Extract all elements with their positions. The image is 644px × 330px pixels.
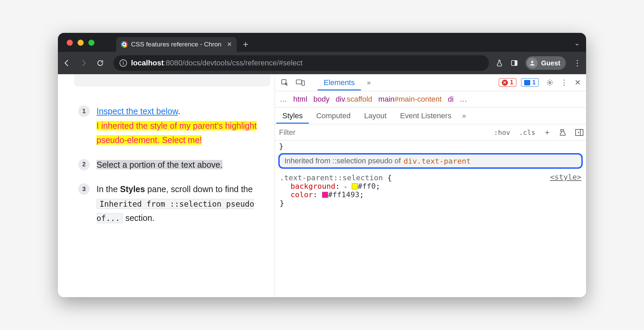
highlighted-sample-text[interactable]: I inherited the style of my parent's hig… — [96, 121, 257, 145]
inherited-label: Inherited from ::selection pseudo of — [284, 157, 401, 165]
breadcrumb-ellipsis-end[interactable]: … — [460, 95, 467, 104]
content-area: 1 Inspect the text below. I inherited th… — [58, 74, 586, 297]
step-number: 2 — [78, 159, 90, 170]
step-3: 3 In the Styles pane, scroll down to fin… — [78, 182, 262, 225]
more-subtabs-icon[interactable]: » — [459, 112, 469, 120]
step-3-part-c: pane, scroll down to find the — [145, 184, 253, 194]
styles-filter-bar: :hov .cls + — [275, 124, 586, 141]
expand-shorthand-icon[interactable]: ▸ — [344, 184, 347, 189]
url-path: :8080/docs/devtools/css/reference/#selec… — [164, 59, 303, 67]
step-1: 1 Inspect the text below. I inherited th… — [78, 104, 262, 147]
step-2-text: Select a portion of the text above. — [96, 160, 222, 169]
minimize-window-icon[interactable] — [78, 40, 84, 46]
side-panel-icon[interactable] — [511, 59, 518, 67]
url-host: localhost — [131, 59, 164, 67]
message-badge[interactable]: 1 — [521, 78, 539, 87]
crumb-di[interactable]: di — [448, 95, 453, 104]
svg-point-6 — [549, 82, 551, 84]
styles-pane: } Inherited from ::selection pseudo of d… — [275, 141, 586, 297]
svg-rect-5 — [302, 81, 304, 85]
breadcrumb-ellipsis[interactable]: … — [280, 95, 287, 104]
color-swatch-icon[interactable] — [322, 192, 328, 198]
inspect-element-icon[interactable] — [278, 76, 291, 89]
site-info-icon[interactable]: i — [120, 59, 127, 67]
step-3-part-a: In the — [96, 184, 120, 194]
error-count: 1 — [510, 79, 513, 86]
forward-button[interactable] — [80, 59, 93, 67]
styles-subtabs: Styles Computed Layout Event Listeners » — [275, 107, 586, 124]
browser-window: CSS features reference - Chron ✕ + ⌄ i l… — [58, 33, 586, 297]
crumb-div-scaffold[interactable]: div.scaffold — [336, 95, 372, 104]
computed-panel-toggle-icon[interactable] — [573, 129, 586, 136]
message-count: 1 — [532, 79, 536, 86]
dom-breadcrumb[interactable]: … html body div.scaffold main#main-conte… — [275, 91, 586, 107]
devtools-toolbar: Elements » ✕ 1 1 ⋮ ✕ — [275, 74, 586, 91]
inherited-source-link[interactable]: div.text-parent — [404, 157, 471, 165]
tab-overflow-icon[interactable]: ⌄ — [574, 39, 580, 47]
device-toolbar-icon[interactable] — [294, 76, 307, 89]
closing-brace: } — [275, 142, 586, 150]
reload-button[interactable] — [96, 59, 110, 67]
devtools-panel: Elements » ✕ 1 1 ⋮ ✕ — [275, 74, 586, 297]
avatar-icon — [527, 58, 538, 68]
new-tab-button[interactable]: + — [243, 37, 248, 52]
profile-label: Guest — [541, 59, 560, 67]
page-header-strip — [74, 74, 271, 86]
close-devtools-icon[interactable]: ✕ — [575, 78, 581, 87]
tab-elements[interactable]: Elements — [318, 75, 361, 90]
close-window-icon[interactable] — [67, 40, 73, 46]
back-button[interactable] — [63, 59, 76, 67]
step-3-part-d: section. — [123, 213, 154, 223]
step-3-bold: Styles — [120, 184, 145, 194]
svg-point-2 — [531, 61, 534, 63]
svg-rect-1 — [515, 61, 517, 66]
crumb-html: html — [293, 95, 307, 104]
rule-selector[interactable]: .text-parent::selection — [280, 173, 383, 182]
copy-styles-icon[interactable] — [556, 129, 569, 136]
subtab-styles[interactable]: Styles — [276, 108, 309, 124]
error-icon: ✕ — [502, 80, 508, 86]
tab-title: CSS features reference - Chron — [131, 41, 221, 48]
svg-rect-4 — [296, 80, 302, 84]
cls-toggle[interactable]: .cls — [516, 127, 538, 138]
subtab-computed[interactable]: Computed — [310, 108, 357, 124]
step-number: 1 — [78, 105, 90, 117]
crumb-main[interactable]: main#main-content — [378, 95, 442, 104]
stylesheet-link[interactable]: <style> — [550, 173, 581, 181]
maximize-window-icon[interactable] — [88, 40, 94, 46]
browser-toolbar: i localhost:8080/docs/devtools/css/refer… — [58, 52, 586, 74]
address-bar[interactable]: i localhost:8080/docs/devtools/css/refer… — [113, 55, 489, 71]
inline-code: Inherited from ::selection pseudo of... — [96, 199, 254, 224]
browser-tab[interactable]: CSS features reference - Chron ✕ — [116, 37, 237, 52]
step-number: 3 — [78, 183, 90, 195]
more-tabs-icon[interactable]: » — [364, 79, 374, 86]
hov-toggle[interactable]: :hov — [491, 127, 513, 138]
step-2: 2 Select a portion of the text above. — [78, 158, 262, 172]
period: . — [178, 106, 180, 116]
subtab-layout[interactable]: Layout — [358, 108, 392, 124]
new-rule-button[interactable]: + — [541, 128, 553, 137]
css-property-color[interactable]: color: #ff1493; — [280, 190, 581, 199]
chrome-favicon-icon — [121, 41, 128, 48]
close-tab-icon[interactable]: ✕ — [227, 41, 232, 48]
css-property-background[interactable]: background: ▸ #ff0; — [280, 182, 581, 190]
page-viewport: 1 Inspect the text below. I inherited th… — [58, 74, 275, 297]
subtab-event-listeners[interactable]: Event Listeners — [394, 108, 458, 124]
tab-strip: CSS features reference - Chron ✕ + ⌄ — [58, 33, 586, 52]
styles-filter-input[interactable] — [279, 128, 401, 137]
color-swatch-icon[interactable] — [352, 183, 358, 189]
profile-chip[interactable]: Guest — [525, 56, 566, 70]
crumb-body: body — [314, 95, 330, 104]
devtools-menu-icon[interactable]: ⋮ — [560, 78, 568, 87]
error-badge[interactable]: ✕ 1 — [499, 78, 516, 87]
inspect-link[interactable]: Inspect the text below — [96, 106, 178, 116]
settings-icon[interactable] — [546, 79, 554, 86]
window-controls — [67, 40, 94, 46]
labs-icon[interactable] — [496, 59, 503, 67]
css-rule[interactable]: <style> .text-parent::selection { backgr… — [275, 172, 586, 209]
browser-menu-icon[interactable]: ⋮ — [573, 58, 581, 68]
message-icon — [524, 80, 530, 85]
inherited-section-header[interactable]: Inherited from ::selection pseudo of div… — [278, 153, 583, 169]
